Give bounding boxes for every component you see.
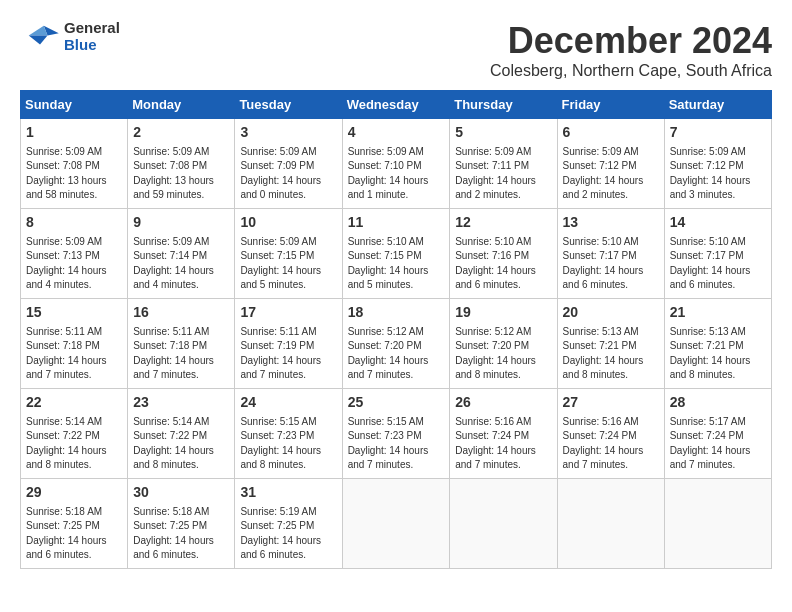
logo: General Blue bbox=[20, 20, 120, 53]
calendar-cell: 27Sunrise: 5:16 AM Sunset: 7:24 PM Dayli… bbox=[557, 389, 664, 479]
calendar-cell: 15Sunrise: 5:11 AM Sunset: 7:18 PM Dayli… bbox=[21, 299, 128, 389]
svg-marker-2 bbox=[29, 35, 48, 44]
day-info: Sunrise: 5:09 AM Sunset: 7:08 PM Dayligh… bbox=[133, 145, 229, 203]
calendar-cell: 26Sunrise: 5:16 AM Sunset: 7:24 PM Dayli… bbox=[450, 389, 557, 479]
day-number: 22 bbox=[26, 393, 122, 413]
day-number: 15 bbox=[26, 303, 122, 323]
calendar-cell: 17Sunrise: 5:11 AM Sunset: 7:19 PM Dayli… bbox=[235, 299, 342, 389]
calendar-cell: 12Sunrise: 5:10 AM Sunset: 7:16 PM Dayli… bbox=[450, 209, 557, 299]
title-block: December 2024 Colesberg, Northern Cape, … bbox=[490, 20, 772, 80]
weekday-header-wednesday: Wednesday bbox=[342, 91, 450, 119]
day-info: Sunrise: 5:09 AM Sunset: 7:14 PM Dayligh… bbox=[133, 235, 229, 293]
day-info: Sunrise: 5:09 AM Sunset: 7:08 PM Dayligh… bbox=[26, 145, 122, 203]
day-number: 5 bbox=[455, 123, 551, 143]
day-number: 25 bbox=[348, 393, 445, 413]
calendar-cell: 30Sunrise: 5:18 AM Sunset: 7:25 PM Dayli… bbox=[128, 479, 235, 569]
day-number: 12 bbox=[455, 213, 551, 233]
calendar-table: SundayMondayTuesdayWednesdayThursdayFrid… bbox=[20, 90, 772, 569]
logo-blue: Blue bbox=[64, 36, 97, 53]
calendar-cell: 4Sunrise: 5:09 AM Sunset: 7:10 PM Daylig… bbox=[342, 119, 450, 209]
day-info: Sunrise: 5:09 AM Sunset: 7:15 PM Dayligh… bbox=[240, 235, 336, 293]
day-info: Sunrise: 5:15 AM Sunset: 7:23 PM Dayligh… bbox=[348, 415, 445, 473]
day-number: 16 bbox=[133, 303, 229, 323]
day-info: Sunrise: 5:09 AM Sunset: 7:13 PM Dayligh… bbox=[26, 235, 122, 293]
day-info: Sunrise: 5:19 AM Sunset: 7:25 PM Dayligh… bbox=[240, 505, 336, 563]
calendar-cell: 6Sunrise: 5:09 AM Sunset: 7:12 PM Daylig… bbox=[557, 119, 664, 209]
day-info: Sunrise: 5:11 AM Sunset: 7:18 PM Dayligh… bbox=[133, 325, 229, 383]
weekday-header-sunday: Sunday bbox=[21, 91, 128, 119]
day-info: Sunrise: 5:17 AM Sunset: 7:24 PM Dayligh… bbox=[670, 415, 766, 473]
day-number: 31 bbox=[240, 483, 336, 503]
calendar-cell: 1Sunrise: 5:09 AM Sunset: 7:08 PM Daylig… bbox=[21, 119, 128, 209]
weekday-header-monday: Monday bbox=[128, 91, 235, 119]
day-info: Sunrise: 5:09 AM Sunset: 7:12 PM Dayligh… bbox=[670, 145, 766, 203]
calendar-cell: 16Sunrise: 5:11 AM Sunset: 7:18 PM Dayli… bbox=[128, 299, 235, 389]
day-info: Sunrise: 5:12 AM Sunset: 7:20 PM Dayligh… bbox=[455, 325, 551, 383]
calendar-cell bbox=[342, 479, 450, 569]
day-number: 18 bbox=[348, 303, 445, 323]
calendar-cell: 14Sunrise: 5:10 AM Sunset: 7:17 PM Dayli… bbox=[664, 209, 771, 299]
calendar-cell: 13Sunrise: 5:10 AM Sunset: 7:17 PM Dayli… bbox=[557, 209, 664, 299]
calendar-cell: 8Sunrise: 5:09 AM Sunset: 7:13 PM Daylig… bbox=[21, 209, 128, 299]
page-header: General Blue December 2024 Colesberg, No… bbox=[20, 20, 772, 80]
calendar-cell: 29Sunrise: 5:18 AM Sunset: 7:25 PM Dayli… bbox=[21, 479, 128, 569]
day-number: 21 bbox=[670, 303, 766, 323]
weekday-header-saturday: Saturday bbox=[664, 91, 771, 119]
day-info: Sunrise: 5:09 AM Sunset: 7:09 PM Dayligh… bbox=[240, 145, 336, 203]
weekday-header-row: SundayMondayTuesdayWednesdayThursdayFrid… bbox=[21, 91, 772, 119]
day-number: 6 bbox=[563, 123, 659, 143]
day-number: 19 bbox=[455, 303, 551, 323]
day-number: 28 bbox=[670, 393, 766, 413]
day-info: Sunrise: 5:18 AM Sunset: 7:25 PM Dayligh… bbox=[26, 505, 122, 563]
calendar-cell bbox=[450, 479, 557, 569]
calendar-cell: 22Sunrise: 5:14 AM Sunset: 7:22 PM Dayli… bbox=[21, 389, 128, 479]
calendar-cell: 10Sunrise: 5:09 AM Sunset: 7:15 PM Dayli… bbox=[235, 209, 342, 299]
day-number: 10 bbox=[240, 213, 336, 233]
day-number: 2 bbox=[133, 123, 229, 143]
day-number: 4 bbox=[348, 123, 445, 143]
calendar-cell: 18Sunrise: 5:12 AM Sunset: 7:20 PM Dayli… bbox=[342, 299, 450, 389]
day-info: Sunrise: 5:10 AM Sunset: 7:15 PM Dayligh… bbox=[348, 235, 445, 293]
calendar-cell: 11Sunrise: 5:10 AM Sunset: 7:15 PM Dayli… bbox=[342, 209, 450, 299]
day-number: 3 bbox=[240, 123, 336, 143]
calendar-cell bbox=[664, 479, 771, 569]
day-info: Sunrise: 5:14 AM Sunset: 7:22 PM Dayligh… bbox=[26, 415, 122, 473]
day-number: 7 bbox=[670, 123, 766, 143]
day-info: Sunrise: 5:10 AM Sunset: 7:17 PM Dayligh… bbox=[670, 235, 766, 293]
day-number: 24 bbox=[240, 393, 336, 413]
calendar-cell: 24Sunrise: 5:15 AM Sunset: 7:23 PM Dayli… bbox=[235, 389, 342, 479]
calendar-cell: 31Sunrise: 5:19 AM Sunset: 7:25 PM Dayli… bbox=[235, 479, 342, 569]
calendar-cell bbox=[557, 479, 664, 569]
day-info: Sunrise: 5:16 AM Sunset: 7:24 PM Dayligh… bbox=[563, 415, 659, 473]
day-info: Sunrise: 5:14 AM Sunset: 7:22 PM Dayligh… bbox=[133, 415, 229, 473]
calendar-cell: 28Sunrise: 5:17 AM Sunset: 7:24 PM Dayli… bbox=[664, 389, 771, 479]
weekday-header-tuesday: Tuesday bbox=[235, 91, 342, 119]
calendar-week-row: 29Sunrise: 5:18 AM Sunset: 7:25 PM Dayli… bbox=[21, 479, 772, 569]
day-number: 11 bbox=[348, 213, 445, 233]
day-number: 27 bbox=[563, 393, 659, 413]
day-number: 26 bbox=[455, 393, 551, 413]
logo-text: General Blue bbox=[64, 20, 120, 53]
calendar-cell: 3Sunrise: 5:09 AM Sunset: 7:09 PM Daylig… bbox=[235, 119, 342, 209]
day-info: Sunrise: 5:18 AM Sunset: 7:25 PM Dayligh… bbox=[133, 505, 229, 563]
day-info: Sunrise: 5:13 AM Sunset: 7:21 PM Dayligh… bbox=[563, 325, 659, 383]
weekday-header-thursday: Thursday bbox=[450, 91, 557, 119]
day-number: 13 bbox=[563, 213, 659, 233]
calendar-cell: 19Sunrise: 5:12 AM Sunset: 7:20 PM Dayli… bbox=[450, 299, 557, 389]
calendar-cell: 20Sunrise: 5:13 AM Sunset: 7:21 PM Dayli… bbox=[557, 299, 664, 389]
day-info: Sunrise: 5:11 AM Sunset: 7:18 PM Dayligh… bbox=[26, 325, 122, 383]
day-info: Sunrise: 5:10 AM Sunset: 7:16 PM Dayligh… bbox=[455, 235, 551, 293]
calendar-week-row: 15Sunrise: 5:11 AM Sunset: 7:18 PM Dayli… bbox=[21, 299, 772, 389]
calendar-week-row: 8Sunrise: 5:09 AM Sunset: 7:13 PM Daylig… bbox=[21, 209, 772, 299]
day-info: Sunrise: 5:09 AM Sunset: 7:11 PM Dayligh… bbox=[455, 145, 551, 203]
calendar-cell: 7Sunrise: 5:09 AM Sunset: 7:12 PM Daylig… bbox=[664, 119, 771, 209]
weekday-header-friday: Friday bbox=[557, 91, 664, 119]
calendar-cell: 9Sunrise: 5:09 AM Sunset: 7:14 PM Daylig… bbox=[128, 209, 235, 299]
logo-icon bbox=[20, 22, 60, 52]
calendar-cell: 25Sunrise: 5:15 AM Sunset: 7:23 PM Dayli… bbox=[342, 389, 450, 479]
day-number: 1 bbox=[26, 123, 122, 143]
day-number: 17 bbox=[240, 303, 336, 323]
day-number: 30 bbox=[133, 483, 229, 503]
location-title: Colesberg, Northern Cape, South Africa bbox=[490, 62, 772, 80]
calendar-cell: 23Sunrise: 5:14 AM Sunset: 7:22 PM Dayli… bbox=[128, 389, 235, 479]
